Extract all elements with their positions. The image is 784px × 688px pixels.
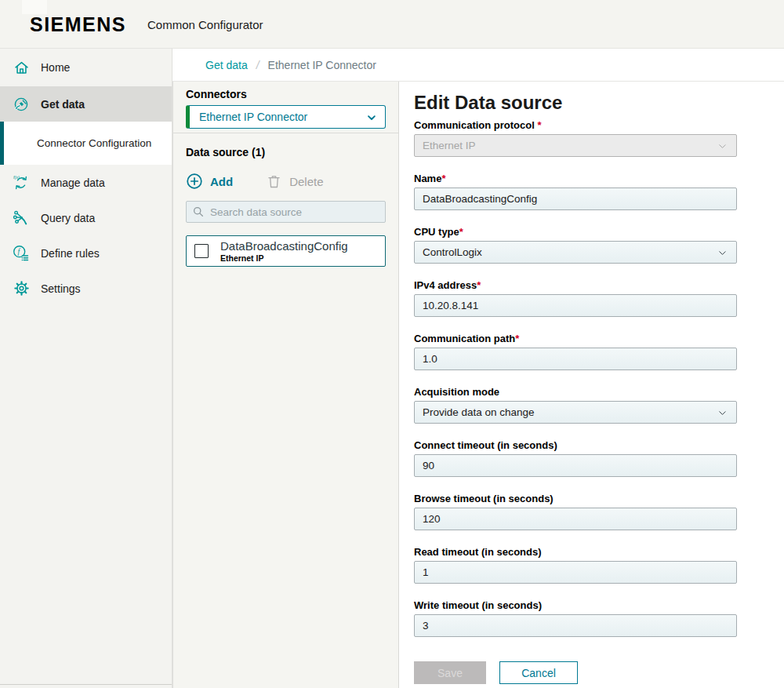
connector-dropdown-value: Ethernet IP Connector [199,111,307,123]
name-input[interactable] [414,187,737,210]
chevron-down-icon [365,111,378,124]
search-icon [192,206,205,219]
required-asterisk: * [535,119,542,131]
field-label: IPv4 address [414,279,477,291]
sidebar-item-define-rules[interactable]: f Define rules [0,235,172,271]
add-circle-icon [186,173,203,190]
field-label: Browse timeout (in seconds) [414,493,554,504]
field-cpu-type: CPU type* ControlLogix [414,226,737,264]
sidebar-item-label: Connector Configuration [37,137,151,149]
breadcrumb: Get data / Ethernet IP Connector [172,49,784,82]
delete-button[interactable]: Delete [266,173,323,190]
communication-path-input[interactable] [414,348,737,370]
sidebar-item-label: Home [41,61,70,74]
sidebar: Home Get data Connector Configuration f(… [0,49,172,688]
field-communication-protocol: Communication protocol * Ethernet IP [414,119,737,157]
svg-text:f(x): f(x) [13,175,20,180]
field-ipv4-address: IPv4 address* [414,279,737,317]
select-value: ControlLogix [423,246,482,258]
required-asterisk: * [515,333,519,344]
function-rules-icon: f [12,245,31,262]
connectors-title: Connectors [186,88,386,100]
form-title: Edit Data source [414,91,784,115]
sync-fx-icon: f(x) [12,174,31,191]
cancel-button[interactable]: Cancel [499,661,578,684]
form-actions: Save Cancel [414,661,784,684]
required-asterisk: * [477,279,481,291]
field-label: Read timeout (in seconds) [414,546,542,558]
sidebar-item-manage-data[interactable]: f(x) Manage data [0,165,172,200]
data-source-section: Data source (1) Add Delete [173,133,398,279]
app-title: Common Configurator [147,18,263,31]
sidebar-item-home[interactable]: Home [0,49,172,86]
checkbox[interactable] [194,244,209,258]
edit-data-source-panel: Edit Data source Communication protocol … [400,82,784,688]
sidebar-item-get-data[interactable]: Get data [0,86,172,122]
trash-icon [266,173,282,190]
acquisition-mode-select[interactable]: Provide data on change [414,401,737,424]
search-box [186,201,386,223]
data-source-name: DataBroadcastingConfig [220,239,348,253]
chevron-down-icon [717,247,728,259]
svg-text:f: f [17,247,20,256]
sidebar-item-label: Settings [41,282,81,295]
field-communication-path: Communication path* [414,333,737,370]
connectors-section: Connectors Ethernet IP Connector [173,82,398,133]
sidebar-divider [0,684,172,685]
field-label: Acquisition mode [414,386,499,398]
field-label: Name [414,173,441,184]
chevron-down-icon [717,407,728,419]
chevron-down-icon [717,140,728,152]
required-asterisk: * [459,226,463,238]
field-write-timeout: Write timeout (in seconds) [414,599,737,637]
add-button-label: Add [210,175,233,188]
home-icon [12,60,31,76]
save-button[interactable]: Save [414,661,486,684]
search-input[interactable] [186,201,386,223]
breadcrumb-separator: / [256,59,260,71]
add-button[interactable]: Add [186,173,233,190]
field-connect-timeout: Connect timeout (in seconds) [414,439,737,477]
sidebar-item-query-data[interactable]: Query data [0,200,172,235]
header-corner-patch [22,0,47,14]
cpu-type-select[interactable]: ControlLogix [414,241,737,264]
sidebar-item-label: Manage data [41,177,105,189]
communication-protocol-select[interactable]: Ethernet IP [414,134,737,157]
data-source-list-item[interactable]: DataBroadcastingConfig Ethernet IP [186,235,386,267]
field-browse-timeout: Browse timeout (in seconds) [414,493,737,530]
app-header: SIEMENS Common Configurator [0,0,784,49]
plug-circle-icon [12,96,31,113]
field-label: Connect timeout (in seconds) [414,439,557,451]
breadcrumb-current: Ethernet IP Connector [268,59,376,71]
read-timeout-input[interactable] [414,561,737,584]
sidebar-item-label: Get data [41,98,85,111]
write-timeout-input[interactable] [414,614,737,637]
field-label: Communication path [414,333,515,344]
browse-timeout-input[interactable] [414,508,737,530]
ipv4-address-input[interactable] [414,294,737,317]
field-label: Write timeout (in seconds) [414,599,542,611]
required-asterisk: * [441,173,445,184]
breadcrumb-link-get-data[interactable]: Get data [205,59,248,71]
field-label: CPU type [414,226,459,238]
field-acquisition-mode: Acquisition mode Provide data on change [414,386,737,424]
data-source-toolbar: Add Delete [186,173,386,190]
connector-dropdown[interactable]: Ethernet IP Connector [186,105,386,129]
siemens-logo: SIEMENS [30,13,126,36]
connect-timeout-input[interactable] [414,454,737,477]
select-value: Ethernet IP [423,140,476,151]
sidebar-item-label: Define rules [41,247,100,260]
data-source-text: DataBroadcastingConfig Ethernet IP [220,239,348,263]
field-read-timeout: Read timeout (in seconds) [414,546,737,584]
select-value: Provide data on change [423,406,535,418]
sidebar-item-settings[interactable]: Settings [0,271,172,306]
field-name: Name* [414,173,737,210]
data-source-protocol: Ethernet IP [220,253,348,263]
field-label: Communication protocol [414,119,535,131]
gear-icon [12,280,31,297]
sidebar-item-connector-configuration[interactable]: Connector Configuration [0,122,172,165]
connectors-panel: Connectors Ethernet IP Connector Data so… [172,82,399,688]
data-source-title: Data source (1) [186,146,386,158]
delete-button-label: Delete [289,175,323,188]
data-tree-icon [12,209,31,227]
